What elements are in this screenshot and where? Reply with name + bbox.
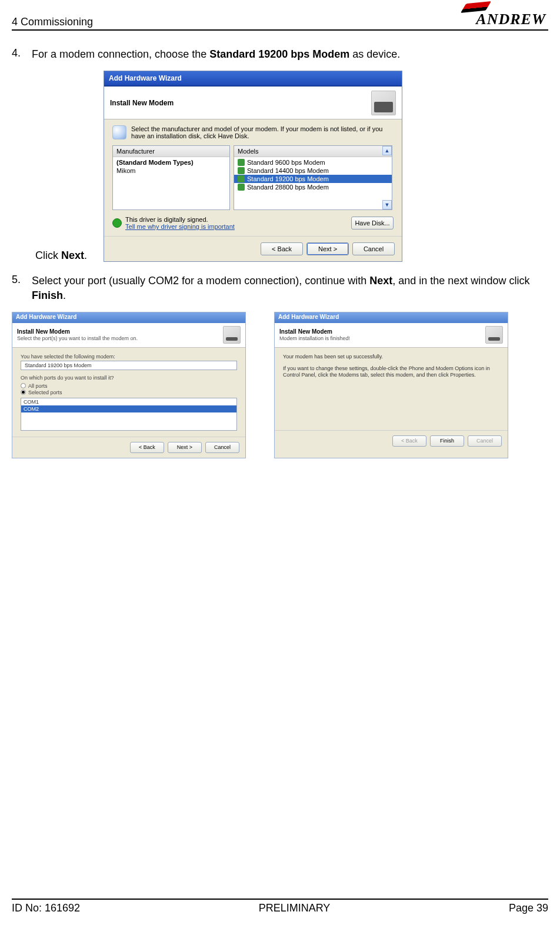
modem-device-icon [223, 326, 241, 344]
cancel-button[interactable]: Cancel [352, 242, 395, 255]
wizard2-selected-value: Standard 19200 bps Modem [21, 361, 237, 370]
have-disk-button[interactable]: Have Disk... [351, 217, 394, 229]
wizard3-banner: Install New Modem Modem installation is … [279, 328, 350, 342]
step-5-bold2: Finish [32, 290, 63, 301]
shield-icon [112, 218, 122, 228]
step-4-number: 4. [12, 47, 27, 61]
driver-signed-text: This driver is digitally signed. [125, 216, 235, 223]
next-button[interactable]: Next > [168, 442, 202, 453]
scroll-down-icon[interactable]: ▼ [382, 200, 392, 209]
manufacturer-header: Manufacturer [113, 146, 229, 157]
back-button[interactable]: < Back [130, 442, 164, 453]
wizard3-banner-sub: Modem installation is finished! [279, 335, 350, 342]
wizard1-titlebar: Add Hardware Wizard [104, 71, 402, 86]
list-item-label: Standard 28800 bps Modem [247, 184, 329, 191]
modem-icon [238, 184, 245, 191]
footer-page: Page 39 [509, 902, 548, 914]
step-5-text-a: Select your port (usually COM2 for a mod… [32, 275, 369, 287]
list-item[interactable]: Standard 9600 bps Modem [234, 158, 392, 167]
wizard3-banner-title: Install New Modem [279, 328, 332, 335]
driver-signing-link[interactable]: Tell me why driver signing is important [125, 223, 235, 230]
step-4-text-b: as device. [349, 48, 400, 60]
page-footer: ID No: 161692 PRELIMINARY Page 39 [12, 899, 548, 914]
wizard1-banner: Install New Modem [104, 86, 402, 119]
modem-icon [238, 159, 245, 166]
wizard2-banner: Install New Modem Select the port(s) you… [17, 328, 138, 342]
back-button[interactable]: < Back [261, 242, 303, 255]
modem-device-icon [371, 91, 396, 115]
step-4-caption-b: . [84, 249, 87, 261]
step-5: 5. Select your port (usually COM2 for a … [12, 274, 548, 302]
step-5-mid: , and in the next window click [392, 275, 529, 287]
footer-id: ID No: 161692 [12, 902, 80, 914]
list-item[interactable]: Mikom [113, 167, 229, 175]
section-title: 4 Commissioning [12, 16, 93, 28]
wizard2-banner-title: Install New Modem [17, 328, 70, 335]
radio-all-ports-label: All ports [28, 383, 48, 389]
wizard-select-modem: Add Hardware Wizard Install New Modem Se… [104, 71, 402, 262]
radio-selected-ports[interactable]: Selected ports [21, 390, 237, 395]
wizard2-banner-sub: Select the port(s) you want to install t… [17, 335, 138, 342]
finish-button[interactable]: Finish [430, 435, 464, 447]
step-4-caption-bold: Next [61, 249, 84, 261]
wizard1-banner-title: Install New Modem [110, 99, 174, 107]
cancel-button: Cancel [468, 435, 502, 447]
step-5-number: 5. [12, 274, 27, 302]
wizard1-instruction: Select the manufacturer and model of you… [131, 125, 394, 139]
footer-status: PRELIMINARY [259, 902, 331, 914]
manufacturer-listbox[interactable]: Manufacturer (Standard Modem Types) Miko… [112, 145, 230, 210]
list-item[interactable]: COM1 [21, 398, 236, 405]
step-5-text: Select your port (usually COM2 for a mod… [32, 274, 548, 302]
next-button[interactable]: Next > [306, 242, 349, 255]
page-header: 4 Commissioning ANDREW [12, 11, 548, 31]
scroll-up-icon[interactable]: ▲ [382, 146, 392, 155]
list-item[interactable]: Standard 14400 bps Modem [234, 167, 392, 175]
list-item[interactable]: Standard 28800 bps Modem [234, 183, 392, 191]
step-4: 4. For a modem connection, choose the St… [12, 47, 548, 61]
wizard2-selected-label: You have selected the following modem: [21, 354, 237, 360]
modem-icon [238, 167, 245, 174]
step-4-caption-a: Click [35, 249, 61, 261]
wizard-finish: Add Hardware Wizard Install New Modem Mo… [274, 312, 508, 458]
wizard2-question: On which ports do you want to install it… [21, 375, 237, 381]
list-item[interactable]: Standard 19200 bps Modem [234, 175, 392, 183]
wizard3-success-text: Your modem has been set up successfully. [283, 354, 499, 361]
wizard-select-port: Add Hardware Wizard Install New Modem Se… [12, 312, 246, 458]
step-4-text-a: For a modem connection, choose the [32, 48, 209, 60]
wizard2-titlebar: Add Hardware Wizard [12, 312, 245, 323]
models-header: Models [234, 146, 392, 157]
list-item[interactable]: (Standard Modem Types) [113, 158, 229, 167]
radio-selected-ports-label: Selected ports [28, 390, 62, 395]
back-button: < Back [392, 435, 426, 447]
list-item-label: Standard 14400 bps Modem [247, 167, 329, 174]
list-item-label: Standard 19200 bps Modem [247, 175, 329, 182]
info-icon [112, 125, 126, 139]
models-listbox[interactable]: Models ▲ Standard 9600 bps Modem Standar… [234, 145, 392, 210]
list-item[interactable]: COM2 [21, 405, 236, 412]
step-4-caption: Click Next. [35, 249, 87, 262]
cancel-button[interactable]: Cancel [205, 442, 239, 453]
step-5-end: . [63, 290, 66, 301]
modem-device-icon [485, 326, 503, 344]
radio-all-ports[interactable]: All ports [21, 383, 237, 389]
wizard3-instruction-text: If you want to change these settings, do… [283, 365, 499, 379]
step-4-text-bold: Standard 19200 bps Modem [209, 48, 349, 60]
modem-icon [238, 175, 245, 182]
wizard3-titlebar: Add Hardware Wizard [275, 312, 508, 323]
step-4-text: For a modem connection, choose the Stand… [32, 47, 548, 61]
brand-logo: ANDREW [476, 11, 548, 28]
step-5-bold1: Next [369, 275, 392, 287]
ports-listbox[interactable]: COM1 COM2 [21, 398, 237, 431]
list-item-label: Standard 9600 bps Modem [247, 159, 325, 166]
